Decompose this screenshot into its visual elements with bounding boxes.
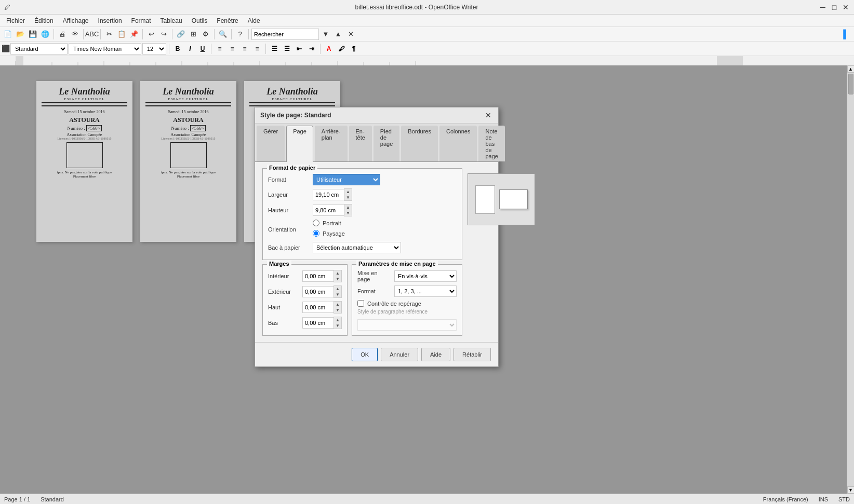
font-select[interactable]: Times New Roman bbox=[69, 43, 141, 55]
controle-checkbox[interactable] bbox=[357, 300, 364, 307]
align-right[interactable]: ≡ bbox=[239, 43, 250, 55]
hauteur-down[interactable]: ▼ bbox=[344, 210, 352, 216]
scrollbar-vertical[interactable]: ▲ ▼ bbox=[847, 65, 854, 494]
maximize-button[interactable]: □ bbox=[830, 3, 838, 11]
align-justify[interactable]: ≡ bbox=[251, 43, 263, 55]
menu-format[interactable]: Format bbox=[127, 16, 155, 25]
annuler-button[interactable]: Annuler bbox=[381, 348, 418, 361]
format-select[interactable]: Utilisateur A4 A5 Letter bbox=[313, 174, 380, 185]
haut-up[interactable]: ▲ bbox=[334, 302, 341, 307]
spelling-button[interactable]: ABC bbox=[86, 29, 98, 40]
indent-decrease[interactable]: ⇤ bbox=[293, 43, 305, 55]
portrait-radio[interactable] bbox=[313, 220, 319, 226]
interieur-group: ▲ ▼ bbox=[302, 270, 342, 282]
haut-input[interactable] bbox=[302, 302, 333, 313]
sidebar-toggle[interactable]: ▌ bbox=[840, 29, 852, 40]
preview-page-left bbox=[475, 185, 495, 214]
format-num-select[interactable]: 1, 2, 3, ... i, ii, iii, ... a, b, c, ..… bbox=[394, 285, 457, 297]
redo-button[interactable]: ↪ bbox=[158, 29, 169, 40]
menu-fenetre[interactable]: Fenêtre bbox=[212, 16, 242, 25]
search-up-button[interactable]: ▲ bbox=[332, 29, 344, 40]
paste-button[interactable]: 📌 bbox=[128, 29, 140, 40]
underline-button[interactable]: U bbox=[197, 43, 208, 55]
search-down-button[interactable]: ▼ bbox=[320, 29, 331, 40]
scroll-down-button[interactable]: ▼ bbox=[847, 486, 855, 494]
haut-down[interactable]: ▼ bbox=[334, 307, 341, 313]
align-left[interactable]: ≡ bbox=[214, 43, 225, 55]
bas-up[interactable]: ▲ bbox=[334, 317, 341, 323]
font-color[interactable]: A bbox=[323, 43, 335, 55]
tab-bordures[interactable]: Bordures bbox=[401, 126, 438, 161]
interieur-up[interactable]: ▲ bbox=[334, 270, 341, 276]
menu-insertion[interactable]: Insertion bbox=[94, 16, 126, 25]
bas-input[interactable] bbox=[302, 317, 333, 329]
italic-button[interactable]: I bbox=[184, 43, 196, 55]
dialog-title: Style de page: Standard bbox=[260, 112, 331, 119]
indent-increase[interactable]: ⇥ bbox=[306, 43, 317, 55]
tab-note[interactable]: Note de bas de page bbox=[478, 126, 504, 161]
undo-button[interactable]: ↩ bbox=[145, 29, 157, 40]
largeur-input[interactable] bbox=[313, 189, 344, 200]
hauteur-up[interactable]: ▲ bbox=[344, 205, 352, 210]
tab-colonnes[interactable]: Colonnes bbox=[439, 126, 477, 161]
list-ordered[interactable]: ☰ bbox=[281, 43, 292, 55]
menu-edition[interactable]: Édition bbox=[30, 16, 58, 25]
paysage-radio[interactable] bbox=[313, 230, 319, 237]
search-close-button[interactable]: ✕ bbox=[345, 29, 356, 40]
largeur-down[interactable]: ▼ bbox=[344, 195, 352, 200]
exterieur-up[interactable]: ▲ bbox=[334, 286, 341, 292]
scroll-up-button[interactable]: ▲ bbox=[847, 65, 855, 73]
minimize-button[interactable]: ─ bbox=[819, 3, 827, 11]
exterieur-down[interactable]: ▼ bbox=[334, 292, 341, 297]
hyperlink-button[interactable]: 🔗 bbox=[175, 29, 186, 40]
mise-select[interactable]: En vis-à-vis Droite uniquement Gauche un… bbox=[394, 270, 457, 282]
tab-arriere-plan[interactable]: Arrière-plan bbox=[315, 126, 348, 161]
aide-button[interactable]: Aide bbox=[421, 348, 450, 361]
hauteur-input[interactable] bbox=[313, 205, 344, 216]
cut-button[interactable]: ✂ bbox=[103, 29, 115, 40]
dialog-close-button[interactable]: ✕ bbox=[484, 111, 493, 120]
exterieur-group: ▲ ▼ bbox=[302, 285, 342, 298]
interieur-down[interactable]: ▼ bbox=[334, 276, 341, 282]
preview-button[interactable]: 👁 bbox=[69, 29, 81, 40]
style-dropdown-arrow[interactable]: ⬛ bbox=[2, 43, 9, 55]
tab-en-tete[interactable]: En-tête bbox=[349, 126, 372, 161]
largeur-up[interactable]: ▲ bbox=[344, 189, 352, 195]
help-button[interactable]: ? bbox=[234, 29, 246, 40]
tab-pied-de-page[interactable]: Pied de page bbox=[373, 126, 399, 161]
bold-button[interactable]: B bbox=[172, 43, 183, 55]
ok-button[interactable]: OK bbox=[352, 348, 378, 361]
menu-tableau[interactable]: Tableau bbox=[156, 16, 186, 25]
menu-fichier[interactable]: Fichier bbox=[2, 16, 29, 25]
page-style-dialog: Style de page: Standard ✕ Gérer Page Arr… bbox=[255, 107, 499, 367]
open-button[interactable]: 📂 bbox=[15, 29, 26, 40]
table-button[interactable]: ⊞ bbox=[188, 29, 199, 40]
list-unordered[interactable]: ☰ bbox=[269, 43, 280, 55]
bas-down[interactable]: ▼ bbox=[334, 323, 341, 329]
find-button[interactable]: 🔍 bbox=[217, 29, 229, 40]
interieur-input[interactable] bbox=[302, 270, 333, 282]
insert-button[interactable]: ⚙ bbox=[200, 29, 211, 40]
search-input[interactable] bbox=[251, 29, 319, 40]
menu-aide[interactable]: Aide bbox=[244, 16, 264, 25]
exterieur-input[interactable] bbox=[302, 286, 333, 297]
interieur-row: Intérieur ▲ ▼ bbox=[268, 270, 342, 282]
save-remote-button[interactable]: 🌐 bbox=[39, 29, 51, 40]
tab-gerer[interactable]: Gérer bbox=[257, 126, 285, 161]
menu-affichage[interactable]: Affichage bbox=[59, 16, 93, 25]
retablir-button[interactable]: Rétablir bbox=[453, 348, 491, 361]
print-button[interactable]: 🖨 bbox=[57, 29, 68, 40]
new-button[interactable]: 📄 bbox=[2, 29, 14, 40]
scroll-thumb[interactable] bbox=[848, 74, 853, 94]
copy-button[interactable]: 📋 bbox=[116, 29, 127, 40]
highlight-color[interactable]: 🖌 bbox=[336, 43, 347, 55]
menu-outils[interactable]: Outils bbox=[188, 16, 212, 25]
bac-select[interactable]: Sélection automatique bbox=[313, 242, 401, 253]
char-format[interactable]: ¶ bbox=[348, 43, 359, 55]
tab-page[interactable]: Page bbox=[286, 126, 313, 162]
align-center[interactable]: ≡ bbox=[226, 43, 238, 55]
size-select[interactable]: 12 bbox=[142, 43, 166, 55]
close-button[interactable]: ✕ bbox=[842, 3, 850, 11]
save-button[interactable]: 💾 bbox=[27, 29, 38, 40]
style-select[interactable]: Standard bbox=[10, 43, 68, 55]
